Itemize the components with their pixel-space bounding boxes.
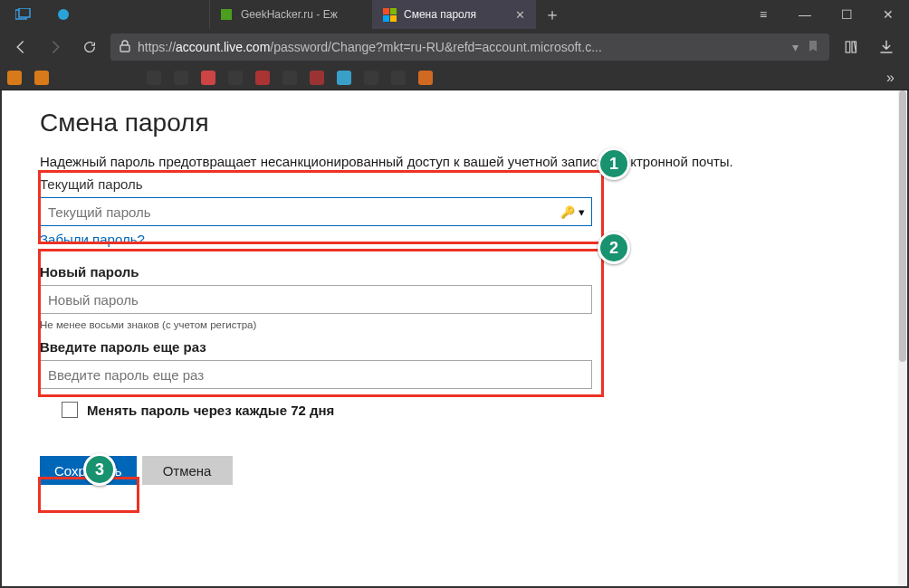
page-title: Смена пароля: [40, 109, 860, 138]
bookmarks-overflow-icon[interactable]: »: [879, 70, 902, 86]
bookmark-item[interactable]: [282, 71, 297, 85]
current-password-label: Текущий пароль: [40, 176, 860, 192]
tab-1[interactable]: [47, 0, 210, 29]
confirm-password-input[interactable]: [40, 360, 592, 389]
scrollbar-thumb[interactable]: [899, 90, 906, 362]
svg-rect-1: [19, 8, 30, 17]
bookmark-item[interactable]: [7, 71, 22, 85]
tab-3-active[interactable]: Смена пароля ✕: [373, 0, 536, 29]
rotate-password-label: Менять пароль через каждые 72 дня: [87, 403, 334, 418]
bookmark-item[interactable]: [147, 71, 161, 85]
browser-titlebar: GeekHacker.ru - Еж Смена пароля ✕ ＋ ≡ — …: [0, 0, 909, 29]
bookmark-item[interactable]: [34, 71, 49, 85]
bookmark-item[interactable]: [174, 71, 188, 85]
key-icon[interactable]: 🔑 ▾: [560, 205, 585, 219]
maximize-button[interactable]: ☐: [826, 0, 867, 29]
bookmark-item[interactable]: [337, 71, 351, 85]
confirm-password-label: Введите пароль еще раз: [40, 339, 860, 355]
current-password-input[interactable]: [40, 197, 592, 226]
bookmark-item[interactable]: [228, 71, 243, 85]
page-viewport: Смена пароля Надежный пароль предотвраща…: [2, 90, 898, 586]
window-controls: ≡ — ☐ ✕: [742, 0, 909, 29]
new-tab-button[interactable]: ＋: [536, 0, 569, 29]
bookmark-star-icon[interactable]: [806, 39, 820, 56]
new-password-label: Новый пароль: [40, 264, 860, 280]
browser-toolbar: https://account.live.com/password/Change…: [0, 29, 909, 65]
forgot-password-link[interactable]: Забыли пароль?: [40, 232, 145, 247]
url-text: https://account.live.com/password/Change…: [138, 40, 785, 54]
forward-button[interactable]: [42, 33, 69, 61]
favicon-microsoft-icon: [382, 7, 397, 22]
password-hint: Не менее восьми знаков (с учетом регистр…: [40, 319, 860, 330]
bookmarks-bar: »: [0, 65, 909, 90]
app-icon: [0, 0, 47, 29]
downloads-icon[interactable]: [871, 33, 902, 61]
svg-rect-3: [846, 42, 850, 52]
tab-strip: GeekHacker.ru - Еж Смена пароля ✕ ＋: [47, 0, 742, 29]
favicon-generic-icon: [219, 7, 234, 22]
rotate-password-checkbox[interactable]: [62, 402, 78, 418]
library-icon[interactable]: [837, 33, 867, 61]
bookmark-item[interactable]: [418, 71, 433, 85]
change-password-page: Смена пароля Надежный пароль предотвраща…: [2, 90, 898, 498]
tab-label: Смена пароля: [404, 8, 506, 21]
dropdown-icon[interactable]: ▾: [792, 40, 799, 54]
bookmark-item[interactable]: [310, 71, 324, 85]
lock-icon: [120, 40, 130, 55]
page-subtitle: Надежный пароль предотвращает несанкцион…: [40, 154, 860, 169]
reload-button[interactable]: [76, 33, 103, 61]
bookmark-item[interactable]: [391, 71, 406, 85]
close-window-button[interactable]: ✕: [867, 0, 909, 29]
favicon-generic-icon: [56, 7, 71, 22]
tab-2[interactable]: GeekHacker.ru - Еж: [210, 0, 373, 29]
save-button[interactable]: Сохранить: [40, 456, 137, 485]
bookmark-item[interactable]: [255, 71, 270, 85]
close-icon[interactable]: ✕: [513, 8, 526, 21]
vertical-scrollbar[interactable]: [898, 90, 907, 586]
bookmark-item[interactable]: [364, 71, 378, 85]
menu-icon[interactable]: ≡: [742, 0, 784, 29]
svg-rect-2: [120, 45, 129, 52]
bookmark-item[interactable]: [201, 71, 215, 85]
new-password-input[interactable]: [40, 285, 592, 314]
back-button[interactable]: [7, 33, 34, 61]
address-bar[interactable]: https://account.live.com/password/Change…: [110, 33, 829, 61]
cancel-button[interactable]: Отмена: [142, 456, 233, 485]
minimize-button[interactable]: —: [784, 0, 826, 29]
tab-label: GeekHacker.ru - Еж: [241, 8, 363, 21]
